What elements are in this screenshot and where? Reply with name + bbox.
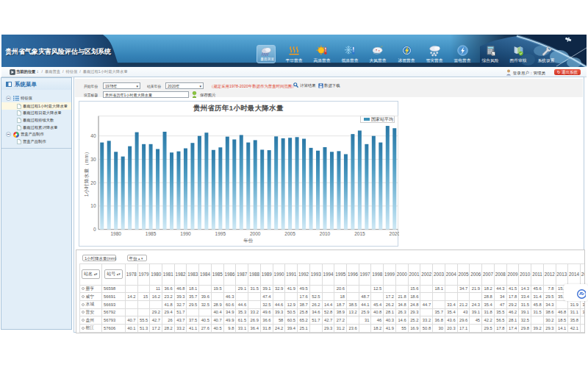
svg-text:2005: 2005	[284, 231, 295, 236]
svg-text:2010: 2010	[320, 231, 331, 236]
svg-text:1995: 1995	[215, 231, 226, 236]
svg-text:1980: 1980	[110, 231, 121, 236]
svg-text:1985: 1985	[146, 231, 157, 236]
svg-text:30: 30	[90, 156, 96, 161]
svg-text:2000: 2000	[250, 231, 261, 236]
svg-text:2020: 2020	[390, 231, 399, 236]
svg-text:年份: 年份	[243, 238, 254, 244]
svg-text:2015: 2015	[354, 231, 365, 236]
svg-text:0: 0	[93, 227, 96, 232]
svg-text:20: 20	[90, 180, 96, 185]
svg-text:40: 40	[90, 133, 96, 138]
svg-text:10: 10	[90, 203, 96, 208]
svg-text:1小时降水量（mm）: 1小时降水量（mm）	[84, 149, 90, 197]
svg-text:1990: 1990	[180, 231, 191, 236]
